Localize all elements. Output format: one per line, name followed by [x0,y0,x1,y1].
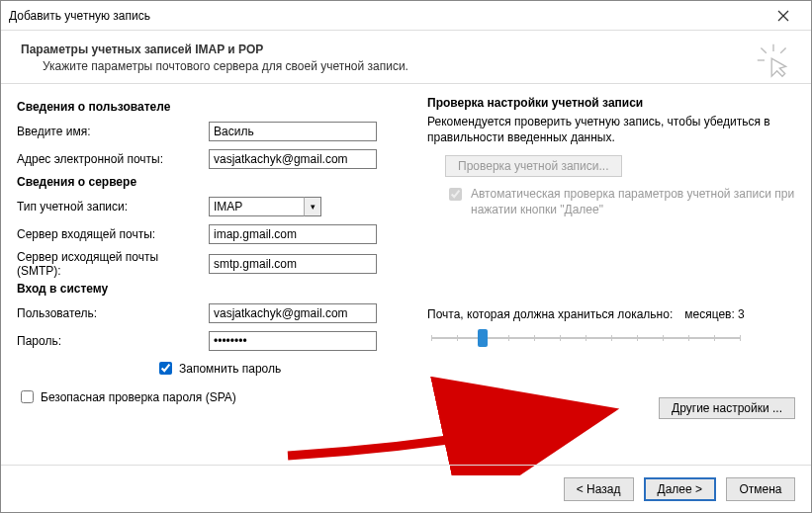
remember-label: Запомнить пароль [179,362,281,376]
retention-value: месяцев: 3 [684,307,745,321]
server-section-title: Сведения о сервере [17,175,407,189]
header: Параметры учетных записей IMAP и POP Ука… [1,31,811,83]
close-icon [777,10,789,22]
auto-test-checkbox [449,188,462,201]
incoming-input[interactable] [209,224,377,244]
test-desc: Рекомендуется проверить учетную запись, … [427,114,795,145]
window-title: Добавить учетную запись [9,9,764,23]
right-column: Проверка настройки учетной записи Рекоме… [427,96,795,406]
user-input[interactable] [209,303,377,323]
svg-line-3 [761,47,766,52]
retention-label: Почта, которая должна храниться локально… [427,307,673,321]
footer: < Назад Далее > Отмена [1,465,811,512]
email-label: Адрес электронной почты: [17,152,209,166]
remember-checkbox[interactable] [159,362,172,375]
login-section-title: Вход в систему [17,282,407,296]
spa-checkbox[interactable] [21,390,34,403]
test-title: Проверка настройки учетной записи [427,96,795,110]
incoming-label: Сервер входящей почты: [17,227,209,241]
next-button[interactable]: Далее > [644,477,717,501]
user-label: Пользователь: [17,306,209,320]
auto-test-label: Автоматическая проверка параметров учетн… [471,187,795,217]
chevron-down-icon: ▾ [304,197,321,216]
body: Сведения о пользователе Введите имя: Адр… [1,84,811,406]
spa-label: Безопасная проверка пароля (SPA) [41,390,236,404]
outgoing-input[interactable] [209,254,377,274]
svg-line-4 [780,47,785,52]
close-button[interactable] [764,2,803,30]
slider-thumb[interactable] [478,329,488,347]
email-input[interactable] [209,149,377,169]
titlebar: Добавить учетную запись [1,1,811,31]
retention-section: Почта, которая должна храниться локально… [427,307,795,349]
user-section-title: Сведения о пользователе [17,100,407,114]
retention-slider[interactable] [427,327,744,349]
add-account-dialog: Добавить учетную запись Параметры учетны… [0,0,812,513]
wizard-cursor-icon [756,43,791,78]
more-settings-button[interactable]: Другие настройки ... [659,397,795,419]
account-type-select[interactable]: ▾ [209,197,321,216]
password-input[interactable] [209,331,377,351]
cancel-button[interactable]: Отмена [726,477,795,501]
password-label: Пароль: [17,334,209,348]
outgoing-label: Сервер исходящей почты (SMTP): [17,250,209,278]
name-label: Введите имя: [17,125,209,138]
test-account-button: Проверка учетной записи... [445,155,622,177]
header-subheading: Укажите параметры почтового сервера для … [21,59,791,73]
header-heading: Параметры учетных записей IMAP и POP [21,43,791,56]
back-button[interactable]: < Назад [564,477,634,501]
account-type-label: Тип учетной записи: [17,200,209,214]
left-column: Сведения о пользователе Введите имя: Адр… [17,96,407,406]
remember-row: Запомнить пароль [155,359,407,378]
spa-row: Безопасная проверка пароля (SPA) [17,387,407,406]
name-input[interactable] [209,122,377,141]
auto-test-row: Автоматическая проверка параметров учетн… [427,187,795,217]
